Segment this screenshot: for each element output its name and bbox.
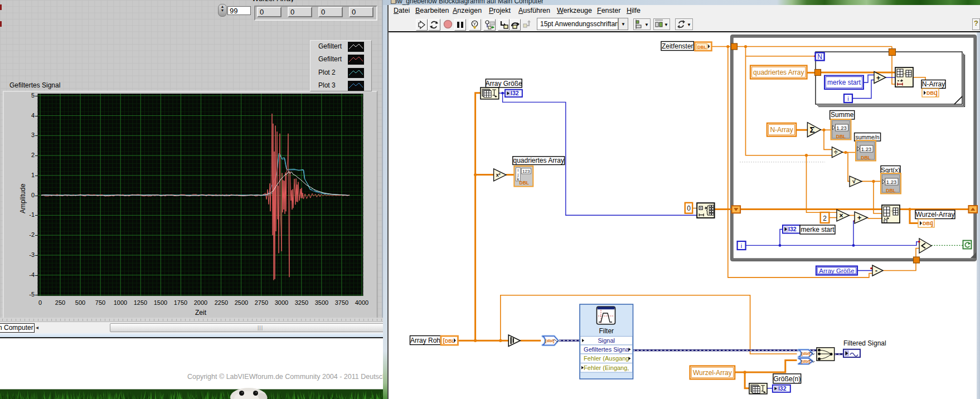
svg-text:I32: I32 [778,385,787,392]
svg-text:summe/n: summe/n [856,134,880,140]
svg-text:I32: I32 [788,226,797,232]
svg-text:1.23: 1.23 [836,125,847,131]
svg-text:x²: x² [496,172,501,178]
svg-text:merke start: merke start [801,226,835,233]
svg-text:Filtered Signal: Filtered Signal [843,339,886,347]
svg-text:[dbl]: [dbl] [801,359,811,364]
svg-text:DBL: DBL [886,188,895,193]
svg-text:DBL: DBL [520,180,529,186]
svg-text:DBL: DBL [861,155,870,160]
svg-text:merke start: merke start [827,79,861,86]
svg-text:Fehler (Ausgang: Fehler (Ausgang [584,355,629,362]
svg-text:+: + [857,213,862,222]
svg-text:]: ] [931,220,933,227]
svg-text:I32: I32 [511,90,519,96]
svg-text:N-Array: N-Array [922,80,945,88]
svg-text:N-Array: N-Array [770,126,793,134]
svg-text:DBL: DBL [836,134,846,139]
svg-text:]: ] [935,90,938,96]
svg-text:123: 123 [522,169,530,174]
svg-text:Array Größe: Array Größe [819,267,854,274]
svg-text:quadriertes Array: quadriertes Array [513,157,564,164]
svg-text:Sqrt(x): Sqrt(x) [881,167,900,173]
svg-text:Summe: Summe [831,111,854,119]
svg-text:÷: ÷ [834,148,838,156]
svg-text:1.23: 1.23 [861,146,872,152]
svg-text:2: 2 [823,215,827,222]
svg-text:[dbl]: [dbl] [801,351,811,356]
svg-text:Array Größe: Array Größe [486,80,522,87]
svg-text:Σ: Σ [810,125,815,134]
svg-text:Filter: Filter [599,327,614,335]
svg-text:Wurzel-Array: Wurzel-Array [916,211,955,218]
svg-text:[dbl]: [dbl] [545,338,555,343]
svg-text:DBL: DBL [697,45,707,50]
svg-text:Array Roh: Array Roh [410,337,440,344]
svg-text:Gefiltertes Signa: Gefiltertes Signa [584,346,629,353]
svg-text:N: N [817,53,822,61]
svg-text:DBL: DBL [445,338,454,344]
svg-text:Fehler (Eingang,: Fehler (Eingang, [584,364,629,371]
svg-text:·: · [704,205,705,211]
svg-text:-: - [875,266,877,275]
svg-text:quadriertes Array: quadriertes Array [753,69,804,76]
svg-text:Signal: Signal [598,337,615,344]
svg-text:0: 0 [687,205,691,212]
svg-text:i: i [847,95,848,102]
svg-text:√: √ [852,178,856,184]
svg-text:×: × [840,212,843,220]
svg-text:Wurzel-Array: Wurzel-Array [693,369,732,377]
svg-text:+: + [876,74,881,82]
svg-text:1.23: 1.23 [886,179,897,185]
svg-text:Zeitfenster: Zeitfenster [662,42,693,50]
svg-text:Größe(n): Größe(n) [773,375,801,383]
svg-text:i: i [741,242,742,249]
